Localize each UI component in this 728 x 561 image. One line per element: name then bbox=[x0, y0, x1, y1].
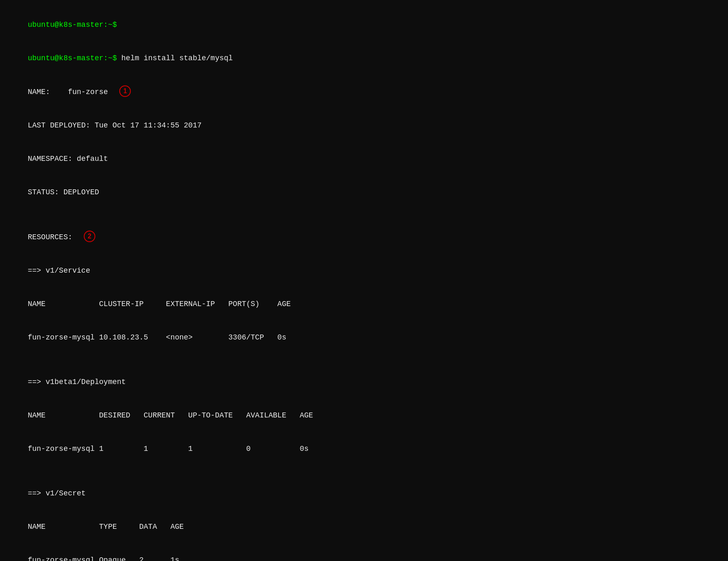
status-line: STATUS: DEPLOYED bbox=[10, 176, 718, 209]
resources-line: RESOURCES: 2 bbox=[10, 220, 718, 254]
deployment-row-line: fun-zorse-mysql 1 1 1 0 0s bbox=[10, 432, 718, 466]
service-header-line: ==> v1/Service bbox=[10, 254, 718, 288]
annotation-1: 1 bbox=[119, 85, 131, 97]
command-text: helm install stable/mysql bbox=[117, 54, 233, 62]
secret-row-line: fun-zorse-mysql Opaque 2 1s bbox=[10, 544, 718, 561]
service-row-line: fun-zorse-mysql 10.108.23.5 <none> 3306/… bbox=[10, 321, 718, 354]
namespace-line: NAMESPACE: default bbox=[10, 142, 718, 176]
prompt-line-1: ubuntu@k8s-master:~$ bbox=[10, 8, 718, 42]
annotation-2: 2 bbox=[84, 231, 95, 242]
blank-3 bbox=[10, 466, 718, 477]
blank-1 bbox=[10, 209, 718, 220]
secret-header-line: ==> v1/Secret bbox=[10, 477, 718, 510]
terminal-window: ubuntu@k8s-master:~$ ubuntu@k8s-master:~… bbox=[10, 8, 718, 561]
command-line-1: ubuntu@k8s-master:~$ helm install stable… bbox=[10, 42, 718, 75]
prompt-1: ubuntu@k8s-master:~$ bbox=[28, 21, 117, 29]
service-cols-line: NAME CLUSTER-IP EXTERNAL-IP PORT(S) AGE bbox=[10, 288, 718, 321]
prompt-2: ubuntu@k8s-master:~$ bbox=[28, 54, 117, 62]
name-line: NAME: fun-zorse 1 bbox=[10, 75, 718, 109]
deployment-cols-line: NAME DESIRED CURRENT UP-TO-DATE AVAILABL… bbox=[10, 399, 718, 432]
secret-cols-line: NAME TYPE DATA AGE bbox=[10, 510, 718, 544]
blank-2 bbox=[10, 354, 718, 365]
last-deployed-line: LAST DEPLOYED: Tue Oct 17 11:34:55 2017 bbox=[10, 109, 718, 142]
deployment-header-line: ==> v1beta1/Deployment bbox=[10, 365, 718, 399]
